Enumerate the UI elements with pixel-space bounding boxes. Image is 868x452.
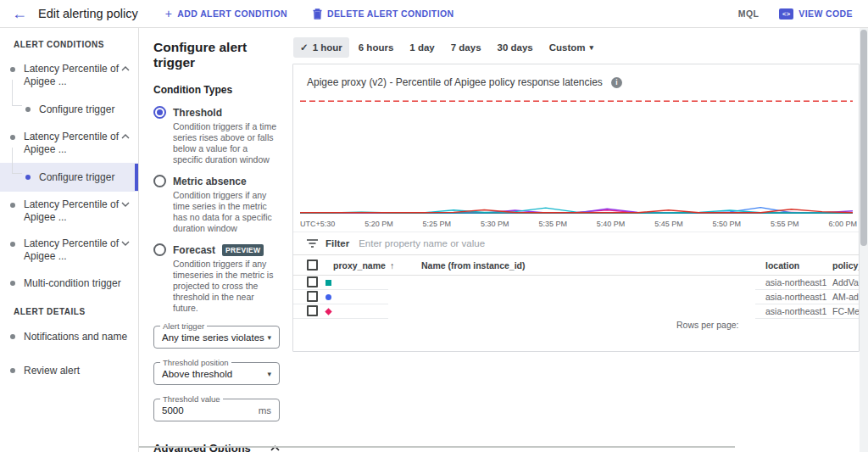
tree-connector	[12, 148, 22, 174]
latency-line-chart[interactable]	[300, 83, 853, 219]
condition-types-label: Condition Types	[153, 84, 280, 96]
sidebar-item-review-alert[interactable]: Review alert	[0, 357, 138, 384]
row-checkbox[interactable]	[307, 276, 318, 287]
sidebar-item-configure-trigger-2-selected[interactable]: Configure trigger	[0, 163, 138, 192]
page-title: Edit alerting policy	[38, 7, 138, 20]
caret-down-icon: ▾	[267, 333, 271, 342]
add-alert-condition-button[interactable]: + ADD ALERT CONDITION	[165, 8, 287, 20]
sidebar-item-label: Latency Percentile of Apigee ...	[24, 131, 120, 156]
series-red	[300, 209, 853, 213]
plus-icon: +	[165, 8, 173, 20]
delete-alert-condition-label: DELETE ALERT CONDITION	[327, 8, 454, 19]
sidebar-item-configure-trigger-1[interactable]: Configure trigger	[0, 95, 138, 124]
add-alert-condition-label: ADD ALERT CONDITION	[177, 8, 287, 19]
threshold-position-select[interactable]: Threshold position Above threshold ▾	[153, 362, 280, 385]
x-tick: 5:40 PM	[597, 220, 626, 228]
field-label: Threshold value	[160, 394, 223, 404]
bullet-icon	[25, 107, 31, 112]
column-name-from-instance-id[interactable]: Name (from instance_id)	[421, 260, 526, 271]
radio-threshold[interactable]: Threshold	[153, 106, 280, 119]
time-range-1-day[interactable]: 1 day	[403, 38, 441, 57]
metric-chart-card: Apigee proxy (v2) - Percentile of Apigee…	[292, 64, 860, 352]
sort-up-icon: ↑	[390, 260, 394, 271]
view-code-label: VIEW CODE	[798, 8, 853, 19]
view-code-button[interactable]: <> VIEW CODE	[779, 8, 853, 20]
table-row[interactable]: asia-northeast1 FC-Messa	[293, 304, 859, 319]
time-range-6-hours[interactable]: 6 hours	[352, 38, 401, 57]
time-range-7-days[interactable]: 7 days	[444, 38, 488, 57]
caret-down-icon: ▾	[590, 43, 594, 52]
bullet-icon	[10, 135, 15, 140]
bullet-icon	[25, 175, 31, 180]
x-tick: 6:00 PM	[828, 220, 857, 228]
column-proxy-name[interactable]: proxy_name ↑	[333, 260, 394, 271]
back-arrow-icon[interactable]: ←	[12, 6, 27, 21]
page-scrollbar[interactable]	[860, 28, 868, 452]
threshold-value-field[interactable]: Threshold value ms	[153, 399, 280, 421]
x-tick: 5:25 PM	[423, 220, 452, 228]
chevron-down-icon[interactable]	[121, 202, 130, 207]
row-checkbox[interactable]	[307, 305, 318, 316]
x-tick: UTC+5:30	[300, 220, 335, 228]
alert-conditions-section-label: ALERT CONDITIONS	[0, 35, 138, 56]
top-app-bar: ← Edit alerting policy + ADD ALERT CONDI…	[0, 0, 868, 28]
sidebar-item-condition-4[interactable]: Latency Percentile of Apigee ...	[0, 231, 138, 270]
time-range-custom[interactable]: Custom ▾	[542, 38, 600, 57]
sidebar-item-multi-condition-trigger[interactable]: Multi-condition trigger	[0, 270, 138, 297]
sidebar-item-label: Latency Percentile of Apigee ...	[24, 237, 120, 263]
radio-icon[interactable]	[153, 175, 166, 187]
radio-selected-icon[interactable]	[153, 106, 166, 119]
chevron-up-icon[interactable]	[121, 66, 130, 71]
sidebar-item-label: Latency Percentile of Apigee ...	[24, 198, 120, 224]
edit-alerting-policy-page: ← Edit alerting policy + ADD ALERT CONDI…	[0, 0, 868, 452]
location-cell: asia-northeast1	[765, 306, 826, 316]
time-range-1-hour[interactable]: ✓ 1 hour	[293, 37, 349, 58]
trash-icon	[313, 8, 322, 20]
unit-label: ms	[259, 405, 271, 416]
radio-forecast[interactable]: Forecast PREVIEW	[153, 243, 280, 256]
x-tick: 5:45 PM	[654, 220, 683, 228]
sidebar-item-notifications-and-name[interactable]: Notifications and name	[0, 323, 138, 350]
chart-x-axis: UTC+5:30 5:20 PM 5:25 PM 5:30 PM 5:35 PM…	[300, 220, 857, 228]
sidebar-item-label: Review alert	[24, 365, 80, 377]
sidebar-item-label: Latency Percentile of Apigee ...	[24, 63, 120, 88]
bullet-icon	[10, 368, 15, 373]
sidebar-item-label: Configure trigger	[39, 171, 114, 183]
chevron-up-icon[interactable]	[121, 134, 130, 139]
sidebar-item-condition-3[interactable]: Latency Percentile of Apigee ...	[0, 192, 138, 231]
location-cell: asia-northeast1	[765, 277, 826, 287]
filter-icon	[307, 239, 318, 248]
bullet-icon	[10, 281, 15, 286]
filter-input[interactable]	[357, 237, 845, 249]
delete-alert-condition-button[interactable]: DELETE ALERT CONDITION	[313, 8, 454, 20]
radio-icon[interactable]	[153, 243, 166, 256]
configure-trigger-panel: Configure alert trigger Condition Types …	[139, 28, 292, 452]
row-checkbox[interactable]	[307, 291, 318, 302]
sidebar-item-label: Multi-condition trigger	[24, 277, 121, 289]
sidebar-item-label: Configure trigger	[39, 103, 114, 115]
alert-trigger-select[interactable]: Alert trigger Any time series violates ▾	[153, 326, 280, 349]
mql-button[interactable]: MQL	[738, 8, 760, 19]
time-range-30-days[interactable]: 30 days	[491, 38, 540, 57]
table-header: proxy_name ↑ Name (from instance_id) loc…	[293, 256, 859, 276]
column-policy-name[interactable]: policy_name	[832, 260, 860, 271]
select-all-checkbox[interactable]	[307, 259, 318, 271]
radio-metric-absence[interactable]: Metric absence	[153, 175, 280, 187]
series-marker	[326, 294, 331, 300]
chevron-down-icon[interactable]	[121, 241, 130, 246]
caret-down-icon: ▾	[267, 370, 271, 378]
x-tick: 5:35 PM	[538, 220, 567, 228]
radio-description: Condition triggers if any time series in…	[173, 190, 280, 234]
alert-details-section-label: ALERT DETAILS	[0, 297, 138, 323]
location-cell: asia-northeast1	[765, 292, 826, 302]
radio-label: Metric absence	[173, 176, 247, 187]
column-location[interactable]: location	[765, 260, 799, 271]
table-row[interactable]: asia-northeast1 AM-addH	[293, 290, 859, 304]
table-row[interactable]: asia-northeast1 AddVaria	[293, 276, 859, 290]
bullet-icon	[10, 334, 15, 339]
field-value: Above threshold	[162, 369, 232, 379]
threshold-value-input[interactable]	[162, 405, 213, 416]
rows-per-page-label: Rows per page:	[676, 320, 739, 330]
code-icon: <>	[779, 8, 793, 20]
scrollbar-thumb[interactable]	[860, 30, 867, 246]
